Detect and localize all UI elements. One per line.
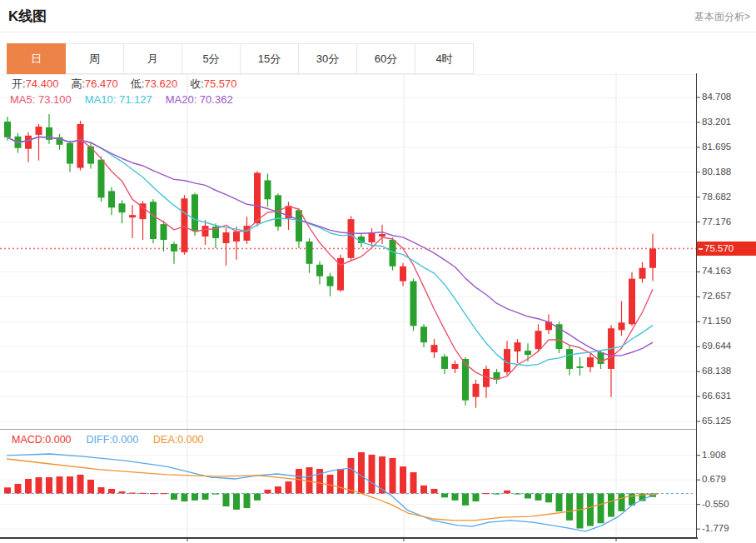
tab-4hour[interactable]: 4时: [415, 43, 474, 74]
high-label: 高:: [71, 77, 85, 90]
tab-30min[interactable]: 30分: [298, 43, 357, 74]
open-label: 开:: [12, 77, 26, 90]
y-axis-label: 71.150: [702, 316, 752, 326]
ma10-legend: MA10: 71.127: [85, 93, 152, 106]
tab-60min[interactable]: 60分: [356, 43, 415, 74]
ma-legend: MA5: 73.100MA10: 71.127MA20: 70.362: [10, 93, 246, 106]
tab-month[interactable]: 月: [123, 43, 182, 74]
y-axis-label: 66.631: [702, 391, 752, 401]
y-axis-label: 84.708: [702, 92, 752, 102]
y-axis-label: -1.779: [702, 523, 752, 533]
y-axis-label: 65.125: [702, 416, 752, 426]
y-axis-label: 83.201: [702, 117, 752, 127]
y-axis-label: 68.138: [702, 366, 752, 376]
diff-value-label: DIFF:0.000: [87, 434, 139, 446]
ma20-legend: MA20: 70.362: [166, 93, 233, 106]
tab-15min[interactable]: 15分: [240, 43, 299, 74]
low-label: 低:: [131, 77, 145, 90]
ma5-legend: MA5: 73.100: [10, 93, 72, 106]
y-axis-label: 77.176: [702, 217, 752, 227]
macd-value-label: MACD:0.000: [12, 434, 72, 446]
tab-day[interactable]: 日: [7, 43, 66, 74]
y-axis-label: 81.695: [702, 142, 752, 152]
low-value: 73.620: [144, 77, 177, 90]
tab-5min[interactable]: 5分: [182, 43, 241, 74]
dea-value-label: DEA:0.000: [153, 434, 203, 446]
y-axis-label: 72.657: [702, 291, 752, 301]
y-axis-label: 0.679: [702, 474, 752, 484]
macd-legend: MACD:0.000DIFF:0.000DEA:0.000: [12, 434, 219, 446]
candles-layer: [4, 114, 656, 408]
y-axis-label: 1.908: [702, 450, 752, 460]
high-value: 76.470: [85, 77, 118, 90]
y-axis-label: 80.188: [702, 167, 752, 177]
period-tab-bar: 日周月5分15分30分60分4时: [7, 43, 474, 74]
y-axis-label: -0.550: [702, 499, 752, 509]
close-label: 收:: [190, 77, 204, 90]
y-axis-label: 69.644: [702, 341, 752, 351]
current-price-badge: 75.570: [697, 242, 756, 256]
macd-histogram: [4, 452, 656, 528]
y-axis-label: 78.682: [702, 192, 752, 202]
tab-week[interactable]: 周: [65, 43, 124, 74]
ohlc-info-bar: 开:74.400高:76.470低:73.620收:75.570: [12, 77, 250, 92]
open-value: 74.400: [26, 77, 59, 90]
close-value: 75.570: [204, 77, 237, 90]
y-axis-label: 74.163: [702, 266, 752, 276]
